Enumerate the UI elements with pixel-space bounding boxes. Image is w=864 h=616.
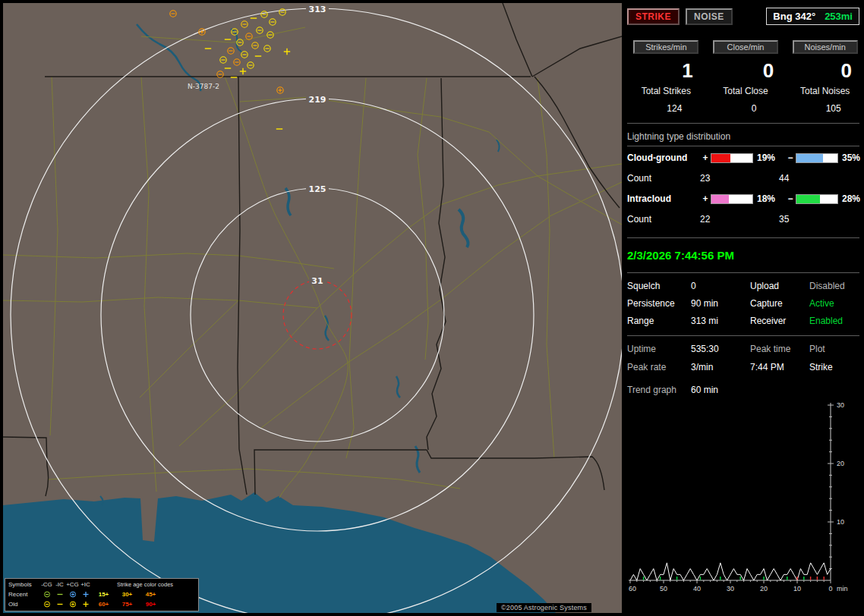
divider [627,123,859,124]
ic-minus-bar [796,194,838,204]
intracloud-label: Intracloud [627,193,700,204]
p-legend-icon [80,590,91,599]
strike-mode-button[interactable]: STRIKE [627,8,680,25]
cm-legend-icon [42,590,52,599]
plus-sign: + [700,152,711,163]
copyright-label: ©2005 Astrogenic Systems [497,603,591,612]
legend-symbol-cell [79,590,92,599]
count-label: Count [627,214,700,225]
trend-graph-label: Trend graph [627,385,691,395]
persistence-label: Persistence [627,298,691,309]
strikes-per-min-value: 1 [627,54,705,84]
close-per-min-header: Close/min [713,40,778,54]
legend-age-code: 15+ [92,591,115,598]
cg-plus-pct: 19% [753,152,785,163]
peak-time-value: 7:44 PM [750,362,809,372]
legend-symbol-cell [53,600,66,608]
cp-legend-icon [68,590,78,599]
plus-sign: + [700,193,711,204]
legend-col-header: -IC [53,581,66,588]
x-tick-label: 50 [660,585,667,592]
cm-legend-icon [42,600,52,608]
legend-symbol-cell [66,590,79,599]
x-axis-unit: min [837,585,848,592]
cg-minus-bar [796,153,838,163]
capture-label: Capture [750,298,809,309]
y-tick-label: 10 [837,518,844,526]
ic-minus-count: 35 [779,214,864,225]
strike-map[interactable]: 313 219 125 31 N-3787-2 Symbols-CG-IC+CG… [3,3,622,613]
trend-graph: 3020106050403020100min [627,400,864,597]
legend-col-header: +IC [79,581,92,588]
station-label: N-3787-2 [188,83,219,90]
ring-label-125: 125 [309,184,326,194]
total-noises-value: 105 [786,103,864,114]
range-label: Range [627,316,691,326]
divider [627,237,859,238]
legend-header-row: Symbols-CG-IC+CG+ICStrike age color code… [5,580,198,589]
p-legend-icon [80,600,91,608]
legend-row-label: Recent [5,591,40,598]
noise-mode-button[interactable]: NOISE [686,8,733,25]
legend-symbol-cell [66,600,79,608]
strikes-per-min-header: Strikes/min [633,40,698,54]
legend-symbol-cell [40,600,53,608]
peak-rate-value: 3/min [691,362,750,372]
legend-age-code: 75+ [115,601,139,608]
peak-rate-label: Peak rate [627,362,691,372]
bearing-readout: Bng 342° 253mi [766,8,859,25]
receiver-value: Enabled [809,316,864,326]
x-tick-label: 0 [828,585,832,592]
legend-age-code: 60+ [92,601,115,608]
legend-symbol-cell [53,590,66,599]
legend-row-label: Old [5,601,40,608]
map-canvas[interactable]: 313 219 125 31 N-3787-2 [3,3,622,613]
cloud-ground-label: Cloud-ground [627,152,700,163]
status-panel: STRIKE NOISE Bng 342° 253mi Strikes/min … [623,0,864,616]
minus-sign: − [785,152,796,163]
legend-row: Old60+75+90+ [5,599,198,609]
count-label: Count [627,173,700,184]
close-counter: Close/min 0 Total Close 0 [705,40,787,114]
ring-label-313: 313 [309,5,326,14]
squelch-label: Squelch [627,281,691,291]
capture-value: Active [809,298,864,309]
legend-age-code: 30+ [115,591,139,598]
ring-label-219: 219 [309,95,326,105]
noises-per-min-value: 0 [786,54,864,84]
legend-age-title: Strike age color codes [92,581,198,588]
cloud-ground-row: Cloud-ground + 19% − 35% [627,146,864,169]
x-tick-label: 60 [629,585,636,592]
total-close-label: Total Close [705,86,787,96]
trend-window-value: 60 min [691,385,864,395]
ic-plus-pct: 18% [753,193,785,204]
divider [627,335,859,336]
legend-col-header: -CG [40,581,53,588]
total-strikes-value: 124 [627,103,705,114]
bearing-value: Bng 342° [773,11,815,22]
legend-col-header: +CG [66,581,79,588]
cg-plus-count: 23 [700,173,779,184]
x-tick-label: 10 [793,585,801,592]
ic-plus-bar [711,194,753,204]
cloud-ground-count-row: Count 23 44 [627,169,864,187]
close-per-min-value: 0 [705,54,787,84]
stats-grid: Uptime 535:30 Peak time Plot Peak rate 3… [627,344,864,372]
rate-counters: Strikes/min 1 Total Strikes 124 Close/mi… [627,40,864,114]
divider [627,272,859,273]
legend-symbol-cell [40,590,53,599]
x-tick-label: 30 [727,585,734,592]
legend-symbols-title: Symbols [5,581,40,588]
uptime-label: Uptime [627,344,691,354]
ring-label-31: 31 [311,276,323,286]
y-tick-label: 20 [837,460,844,467]
legend-age-code: 45+ [139,591,162,598]
uptime-value: 535:30 [691,344,750,354]
y-tick-label: 30 [837,401,844,409]
noises-counter: Noises/min 0 Total Noises 105 [786,40,864,114]
plot-label: Plot [809,344,864,354]
datetime-display: 2/3/2026 7:44:56 PM [627,246,864,263]
plot-value: Strike [809,362,864,372]
noises-per-min-header: Noises/min [793,40,858,54]
ic-plus-count: 22 [700,214,779,225]
